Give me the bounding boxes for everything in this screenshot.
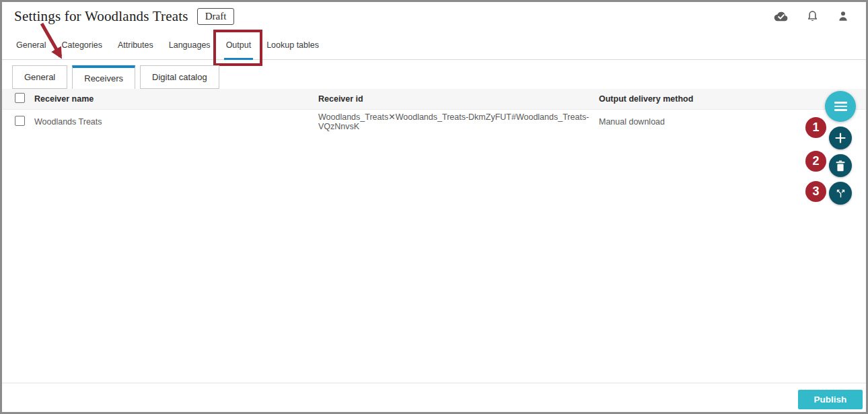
main-tab-lookup-tables[interactable]: Lookup tables (265, 30, 320, 59)
titlebar-icons (773, 9, 854, 23)
main-tab-languages[interactable]: Languages (168, 30, 212, 59)
select-all-cell (15, 93, 34, 106)
select-all-checkbox[interactable] (15, 93, 25, 103)
column-header-receiver-id: Receiver id (318, 94, 599, 104)
column-header-receiver-name: Receiver name (34, 94, 318, 104)
annotation-step-badge: 2 (805, 151, 826, 172)
delete-receiver-button[interactable] (829, 154, 852, 177)
footer-bar: Publish (2, 382, 866, 412)
sub-tab-label: Digital catalog (152, 72, 207, 82)
sub-tab-bar: General Receivers Digital catalog (2, 65, 866, 89)
cell-receiver-id: Woodlands_Treats✕Woodlands_Treats-DkmZyF… (318, 112, 599, 131)
main-tab-output[interactable]: Output (225, 30, 253, 59)
split-arrow-icon (835, 188, 846, 199)
table-row[interactable]: Woodlands Treats Woodlands_Treats✕Woodla… (2, 110, 866, 133)
main-tab-attributes[interactable]: Attributes (116, 30, 155, 59)
actions-menu-button[interactable] (825, 91, 856, 122)
cloud-sync-icon[interactable] (773, 9, 789, 23)
plus-icon (835, 133, 846, 143)
main-tab-categories[interactable]: Categories (60, 30, 103, 59)
add-receiver-button[interactable] (829, 127, 852, 149)
sub-tab-digital-catalog[interactable]: Digital catalog (140, 65, 219, 89)
active-tab-indicator (224, 58, 254, 60)
trash-icon (835, 160, 846, 172)
main-tab-label: Languages (169, 40, 211, 50)
publish-button[interactable]: Publish (798, 390, 863, 409)
main-tab-label: Lookup tables (266, 40, 319, 50)
sub-tab-receivers[interactable]: Receivers (72, 65, 135, 89)
status-badge: Draft (197, 8, 235, 25)
cell-receiver-name: Woodlands Treats (34, 117, 318, 127)
profile-person-icon[interactable] (835, 9, 851, 23)
hamburger-menu-icon (834, 102, 847, 111)
main-tab-label: Attributes (118, 40, 153, 50)
sub-tab-label: Receivers (84, 73, 123, 83)
main-tab-label: Categories (61, 40, 102, 50)
sub-tab-label: General (24, 72, 55, 82)
main-tab-label: Output (226, 40, 252, 50)
notifications-bell-icon[interactable] (804, 9, 820, 23)
split-connect-button[interactable] (829, 182, 852, 205)
sub-tab-general[interactable]: General (12, 65, 67, 89)
main-tab-bar: General Categories Attributes Languages … (2, 30, 866, 60)
main-tab-label: General (16, 40, 46, 50)
annotation-step-badge: 3 (805, 181, 826, 202)
page-title: Settings for Woodlands Treats (14, 8, 188, 25)
app-window: Settings for Woodlands Treats Draft Gene… (0, 0, 868, 414)
titlebar: Settings for Woodlands Treats Draft (2, 2, 866, 30)
annotation-step-badge: 1 (805, 117, 826, 138)
main-tab-general[interactable]: General (15, 30, 47, 59)
row-checkbox[interactable] (15, 116, 25, 126)
row-select-cell (15, 116, 34, 128)
table-header-row: Receiver name Receiver id Output deliver… (2, 89, 866, 110)
